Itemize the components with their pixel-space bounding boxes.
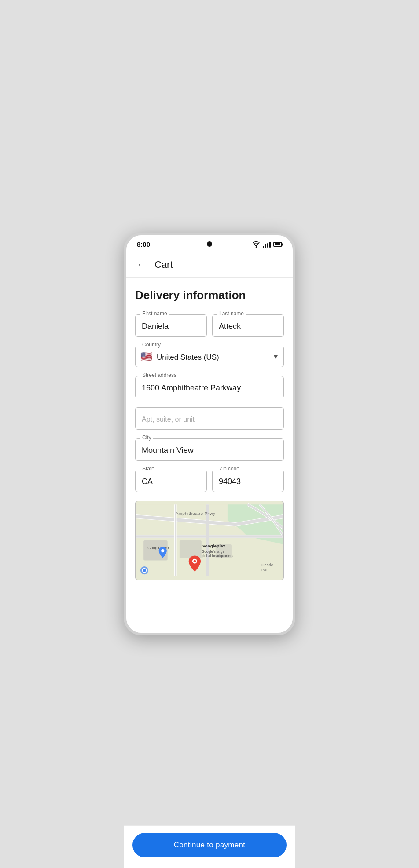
section-title: Delivery information: [135, 288, 284, 302]
first-name-field: First name: [135, 314, 207, 337]
svg-text:Google's large: Google's large: [202, 550, 225, 554]
svg-point-8: [161, 549, 164, 552]
zip-field: Zip code: [212, 470, 284, 492]
apt-input[interactable]: [135, 407, 284, 430]
city-input[interactable]: [135, 438, 284, 461]
country-field: Country 🇺🇸 United States (US) ▾: [135, 346, 284, 367]
top-bar: ← Cart: [126, 252, 293, 278]
wifi-icon: [252, 241, 260, 248]
svg-text:Googleplex: Googleplex: [202, 543, 226, 548]
svg-text:Charle: Charle: [261, 563, 273, 567]
country-select[interactable]: United States (US): [135, 346, 284, 367]
svg-rect-3: [180, 540, 202, 558]
svg-point-19: [143, 569, 146, 572]
city-field: City: [135, 438, 284, 461]
state-field: State: [135, 470, 207, 492]
first-name-input[interactable]: [135, 314, 207, 337]
first-name-label: First name: [140, 310, 169, 317]
apt-field: [135, 407, 284, 430]
state-input[interactable]: [135, 470, 207, 492]
back-button[interactable]: ←: [135, 258, 147, 271]
city-label: City: [140, 434, 153, 441]
street-label: Street address: [140, 372, 178, 378]
svg-text:Par: Par: [261, 568, 268, 572]
name-row: First name Last name: [135, 314, 284, 337]
map-preview[interactable]: Amphitheatre Pkwy Google B40 Googleplex …: [135, 501, 284, 580]
status-time: 8:00: [137, 241, 150, 248]
content-area: Delivery information First name Last nam…: [126, 278, 293, 633]
status-bar: 8:00: [126, 235, 293, 252]
state-label: State: [140, 466, 156, 472]
phone-frame: 8:00: [124, 233, 295, 635]
country-label: Country: [140, 342, 162, 348]
zip-label: Zip code: [217, 466, 241, 472]
street-input[interactable]: [135, 376, 284, 398]
last-name-input[interactable]: [212, 314, 284, 337]
map-svg: Amphitheatre Pkwy Google B40 Googleplex …: [136, 501, 283, 580]
country-select-wrapper: 🇺🇸 United States (US) ▾: [135, 346, 284, 367]
zip-input[interactable]: [212, 470, 284, 492]
svg-point-14: [194, 560, 196, 562]
last-name-label: Last name: [217, 310, 246, 317]
svg-text:global headquarters: global headquarters: [202, 554, 233, 558]
state-zip-row: State Zip code: [135, 470, 284, 492]
last-name-field: Last name: [212, 314, 284, 337]
battery-icon: [273, 242, 282, 247]
page-title: Cart: [154, 259, 173, 270]
back-arrow-icon: ←: [137, 259, 146, 270]
svg-point-0: [256, 246, 257, 247]
svg-text:Amphitheatre Pkwy: Amphitheatre Pkwy: [176, 511, 216, 516]
camera-dot: [207, 241, 212, 247]
status-icons: [252, 241, 282, 248]
signal-bars-icon: [263, 241, 271, 248]
street-address-field: Street address: [135, 376, 284, 398]
